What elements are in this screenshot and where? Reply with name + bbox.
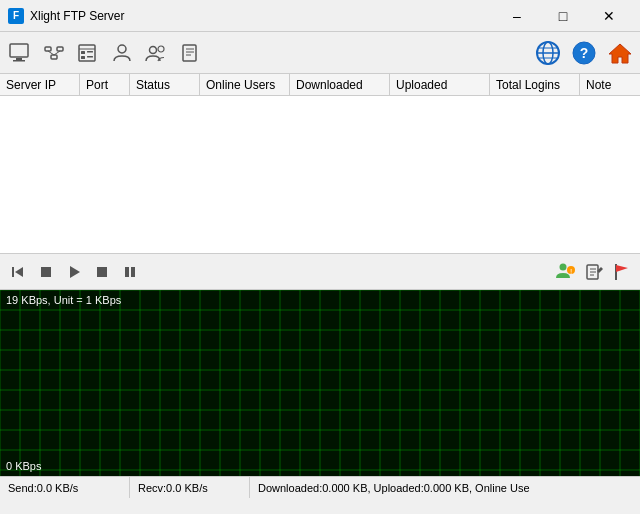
network-button[interactable] <box>38 37 70 69</box>
toolbar-right: ? <box>532 37 636 69</box>
stop-icon <box>38 264 54 280</box>
play-icon <box>66 264 82 280</box>
close-button[interactable]: ✕ <box>586 0 632 32</box>
web-button[interactable] <box>532 37 564 69</box>
flag-button[interactable] <box>610 260 634 284</box>
network-icon <box>43 43 65 63</box>
svg-rect-3 <box>45 47 51 51</box>
user-avatar-button[interactable]: ! <box>554 260 578 284</box>
table-area: Server IP Port Status Online Users Downl… <box>0 74 640 254</box>
col-note[interactable]: Note <box>580 74 640 95</box>
svg-text:?: ? <box>580 45 589 61</box>
skip-start-button[interactable] <box>6 260 30 284</box>
svg-rect-10 <box>81 51 85 54</box>
stop-button[interactable] <box>34 260 58 284</box>
svg-rect-33 <box>97 267 107 277</box>
graph-bottom-label: 0 KBps <box>6 460 41 472</box>
col-total-logins[interactable]: Total Logins <box>490 74 580 95</box>
group-button[interactable] <box>140 37 172 69</box>
minimize-button[interactable]: – <box>494 0 540 32</box>
user-icon <box>111 43 133 63</box>
pause-button[interactable] <box>118 260 142 284</box>
svg-rect-17 <box>183 45 196 61</box>
svg-rect-5 <box>51 55 57 59</box>
edit-button[interactable] <box>582 260 606 284</box>
col-uploaded[interactable]: Uploaded <box>390 74 490 95</box>
settings-button[interactable] <box>72 37 104 69</box>
monitor-icon <box>9 43 31 63</box>
home-button[interactable] <box>604 37 636 69</box>
controls-right: ! <box>554 260 634 284</box>
svg-rect-12 <box>81 56 85 59</box>
user-button[interactable] <box>106 37 138 69</box>
skip-start-icon <box>10 264 26 280</box>
toolbar-left <box>4 37 532 69</box>
controls-left <box>6 260 554 284</box>
svg-point-14 <box>118 45 126 53</box>
svg-rect-0 <box>10 44 28 57</box>
svg-rect-31 <box>41 267 51 277</box>
svg-marker-32 <box>70 266 80 278</box>
stop2-icon <box>94 264 110 280</box>
svg-line-6 <box>48 51 54 55</box>
controls-bar: ! <box>0 254 640 290</box>
col-status[interactable]: Status <box>130 74 200 95</box>
status-send: Send:0.0 KB/s <box>0 477 130 498</box>
toolbar: ? <box>0 32 640 74</box>
server-monitor-button[interactable] <box>4 37 36 69</box>
status-transfer: Downloaded:0.000 KB, Uploaded:0.000 KB, … <box>250 477 640 498</box>
settings-icon <box>77 43 99 63</box>
svg-point-15 <box>150 46 157 53</box>
svg-rect-2 <box>13 60 25 62</box>
graph-canvas <box>0 290 640 476</box>
pause-icon <box>122 264 138 280</box>
help-button[interactable]: ? <box>568 37 600 69</box>
svg-line-7 <box>54 51 60 55</box>
log-icon <box>179 43 201 63</box>
flag-icon <box>613 263 631 281</box>
maximize-button[interactable]: □ <box>540 0 586 32</box>
status-bar: Send:0.0 KB/s Recv:0.0 KB/s Downloaded:0… <box>0 476 640 498</box>
log-button[interactable] <box>174 37 206 69</box>
svg-point-36 <box>560 263 567 270</box>
edit-icon <box>585 263 603 281</box>
group-icon <box>145 43 167 63</box>
svg-rect-4 <box>57 47 63 51</box>
title-bar-controls: – □ ✕ <box>494 0 632 32</box>
graph-area: 19 KBps, Unit = 1 KBps 0 KBps <box>0 290 640 476</box>
stop2-button[interactable] <box>90 260 114 284</box>
table-header: Server IP Port Status Online Users Downl… <box>0 74 640 96</box>
svg-rect-29 <box>12 267 14 277</box>
graph-top-label: 19 KBps, Unit = 1 KBps <box>6 294 121 306</box>
svg-marker-28 <box>609 44 631 63</box>
globe-icon <box>534 39 562 67</box>
col-server-ip[interactable]: Server IP <box>0 74 80 95</box>
user-avatar-icon: ! <box>555 262 577 282</box>
svg-marker-45 <box>616 265 628 272</box>
col-online-users[interactable]: Online Users <box>200 74 290 95</box>
svg-text:!: ! <box>570 267 572 276</box>
app-title: Xlight FTP Server <box>30 9 494 23</box>
status-recv: Recv:0.0 KB/s <box>130 477 250 498</box>
col-downloaded[interactable]: Downloaded <box>290 74 390 95</box>
svg-marker-30 <box>15 267 23 277</box>
svg-rect-34 <box>125 267 129 277</box>
svg-point-16 <box>158 46 164 52</box>
home-icon <box>606 39 634 67</box>
play-button[interactable] <box>62 260 86 284</box>
title-bar: F Xlight FTP Server – □ ✕ <box>0 0 640 32</box>
col-port[interactable]: Port <box>80 74 130 95</box>
help-icon: ? <box>570 39 598 67</box>
table-body <box>0 96 640 253</box>
svg-rect-1 <box>16 58 22 60</box>
svg-rect-11 <box>87 51 93 53</box>
app-icon: F <box>8 8 24 24</box>
svg-rect-13 <box>87 56 93 58</box>
svg-rect-35 <box>131 267 135 277</box>
